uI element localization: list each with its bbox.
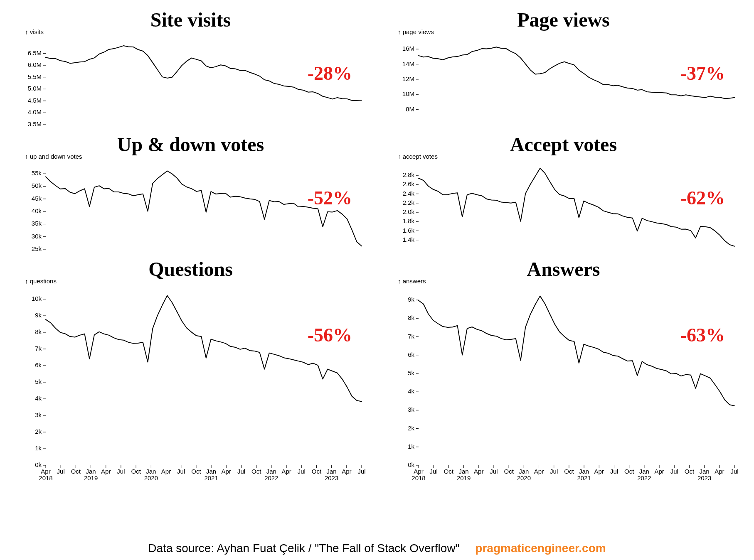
svg-text:Jan: Jan	[519, 468, 529, 475]
svg-text:6.5M: 6.5M	[28, 49, 42, 56]
svg-text:Oct: Oct	[251, 468, 261, 475]
svg-text:2020: 2020	[144, 474, 158, 481]
panel-answers: Answers 0k1k2k3k4k5k6k7k8k9k↑ answers Ap…	[385, 258, 742, 490]
svg-text:Jan: Jan	[266, 468, 276, 475]
svg-text:5.0M: 5.0M	[28, 85, 42, 92]
svg-text:↑ accept votes: ↑ accept votes	[398, 153, 438, 160]
svg-text:Jan: Jan	[86, 468, 96, 475]
svg-text:1.8k: 1.8k	[403, 217, 415, 224]
data-source-label: Data source: Ayhan Fuat Çelik / "The Fal…	[148, 542, 459, 555]
svg-text:↑ page views: ↑ page views	[398, 28, 434, 35]
pct-annotation: -37%	[680, 62, 725, 84]
svg-text:Jul: Jul	[730, 468, 738, 475]
series-line	[419, 296, 734, 406]
svg-text:Apr: Apr	[101, 468, 111, 475]
svg-text:Jul: Jul	[490, 468, 498, 475]
svg-text:2023: 2023	[697, 474, 711, 481]
svg-text:3k: 3k	[408, 406, 414, 413]
svg-text:6k: 6k	[408, 351, 414, 358]
svg-text:16M: 16M	[402, 45, 414, 52]
svg-text:3k: 3k	[35, 411, 42, 418]
svg-text:Jul: Jul	[298, 468, 306, 475]
svg-text:2019: 2019	[84, 474, 98, 481]
svg-text:0k: 0k	[35, 461, 42, 468]
svg-text:Jan: Jan	[458, 468, 468, 475]
pct-annotation: -28%	[308, 62, 352, 84]
svg-text:Oct: Oct	[312, 468, 322, 475]
svg-text:Oct: Oct	[71, 468, 81, 475]
svg-text:40k: 40k	[32, 207, 42, 214]
svg-text:Oct: Oct	[444, 468, 454, 475]
svg-text:Jul: Jul	[57, 468, 65, 475]
svg-text:0k: 0k	[408, 461, 414, 468]
pct-annotation: -52%	[308, 187, 352, 209]
svg-text:25k: 25k	[32, 245, 42, 252]
svg-text:↑ up and down votes: ↑ up and down votes	[25, 153, 82, 160]
svg-text:2.0k: 2.0k	[403, 208, 415, 215]
svg-text:4k: 4k	[35, 395, 42, 402]
svg-text:Apr: Apr	[41, 468, 50, 475]
svg-text:2.6k: 2.6k	[403, 180, 415, 187]
svg-text:9k: 9k	[35, 312, 42, 319]
svg-text:2.4k: 2.4k	[403, 190, 415, 197]
svg-text:4k: 4k	[408, 388, 414, 395]
svg-text:6k: 6k	[35, 361, 42, 368]
svg-text:2k: 2k	[408, 425, 414, 432]
svg-text:14M: 14M	[402, 60, 414, 67]
svg-text:Jul: Jul	[610, 468, 618, 475]
svg-text:2022: 2022	[637, 474, 651, 481]
svg-text:6.0M: 6.0M	[28, 61, 42, 68]
svg-text:Apr: Apr	[594, 468, 604, 475]
brand-link[interactable]: pragmaticengineer.com	[475, 542, 606, 555]
svg-text:55k: 55k	[32, 169, 42, 177]
svg-text:45k: 45k	[32, 195, 42, 202]
svg-text:Apr: Apr	[342, 468, 351, 475]
svg-text:10M: 10M	[402, 90, 414, 97]
svg-text:4.0M: 4.0M	[28, 108, 42, 115]
svg-text:Jan: Jan	[700, 468, 710, 475]
svg-text:1.6k: 1.6k	[403, 227, 415, 234]
chart-answers: 0k1k2k3k4k5k6k7k8k9k↑ answers Apr2018Jul…	[385, 258, 743, 490]
svg-text:9k: 9k	[408, 296, 414, 303]
svg-text:5k: 5k	[408, 369, 414, 376]
svg-text:7k: 7k	[408, 333, 414, 340]
panel-questions: Questions 0k1k2k3k4k5k6k7k8k9k10k↑ quest…	[12, 258, 369, 490]
svg-text:2022: 2022	[264, 474, 278, 481]
svg-text:5k: 5k	[35, 378, 42, 385]
svg-text:Jan: Jan	[327, 468, 337, 475]
svg-text:2021: 2021	[577, 474, 591, 481]
svg-text:7k: 7k	[35, 345, 42, 352]
svg-text:Jan: Jan	[579, 468, 589, 475]
svg-text:Jul: Jul	[550, 468, 558, 475]
svg-text:Apr: Apr	[414, 468, 423, 475]
series-line	[46, 295, 362, 401]
svg-text:↑ answers: ↑ answers	[398, 278, 426, 285]
svg-text:↑ questions: ↑ questions	[25, 278, 57, 285]
svg-text:Oct: Oct	[191, 468, 201, 475]
svg-text:Oct: Oct	[131, 468, 141, 475]
svg-text:2023: 2023	[325, 474, 338, 481]
svg-text:4.5M: 4.5M	[28, 97, 42, 104]
chart-questions: 0k1k2k3k4k5k6k7k8k9k10k↑ questions Apr20…	[12, 258, 370, 490]
svg-text:Jan: Jan	[206, 468, 216, 475]
svg-text:2020: 2020	[517, 474, 531, 481]
svg-text:Apr: Apr	[654, 468, 664, 475]
svg-text:Jul: Jul	[117, 468, 125, 475]
svg-text:30k: 30k	[32, 233, 42, 240]
chart-page: Site visits 3.5M4.0M4.5M5.0M5.5M6.0M6.5M…	[0, 0, 754, 560]
panel-accept-votes: Accept votes 1.4k1.6k1.8k2.0k2.2k2.4k2.6…	[385, 133, 742, 258]
svg-text:Oct: Oct	[624, 468, 634, 475]
svg-text:12M: 12M	[402, 75, 414, 82]
svg-text:1k: 1k	[35, 445, 42, 452]
svg-text:Jul: Jul	[357, 468, 365, 475]
svg-text:1k: 1k	[408, 443, 414, 450]
panel-site-visits: Site visits 3.5M4.0M4.5M5.0M5.5M6.0M6.5M…	[12, 8, 369, 133]
svg-text:Oct: Oct	[504, 468, 514, 475]
svg-text:8M: 8M	[406, 106, 414, 113]
panel-up-down-votes: Up & down votes 25k30k35k40k45k50k55k↑ u…	[12, 133, 369, 258]
svg-text:Apr: Apr	[281, 468, 291, 475]
svg-text:2.8k: 2.8k	[403, 171, 415, 178]
svg-text:10k: 10k	[32, 295, 42, 302]
svg-text:Apr: Apr	[715, 468, 724, 475]
svg-text:50k: 50k	[32, 182, 42, 189]
